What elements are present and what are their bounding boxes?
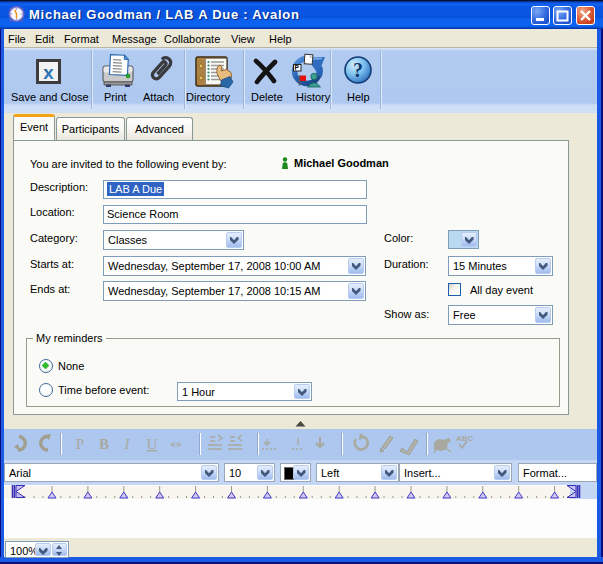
svg-text:P: P bbox=[76, 436, 84, 452]
svg-text:x: x bbox=[43, 62, 54, 83]
svg-text:«»: «» bbox=[170, 436, 182, 450]
svg-text:U: U bbox=[147, 436, 158, 452]
svg-text:B: B bbox=[99, 436, 109, 452]
svg-text:I: I bbox=[124, 436, 131, 452]
svg-text:?: ? bbox=[353, 59, 363, 81]
svg-text:P: P bbox=[295, 64, 300, 71]
svg-text:ABC: ABC bbox=[456, 434, 474, 443]
